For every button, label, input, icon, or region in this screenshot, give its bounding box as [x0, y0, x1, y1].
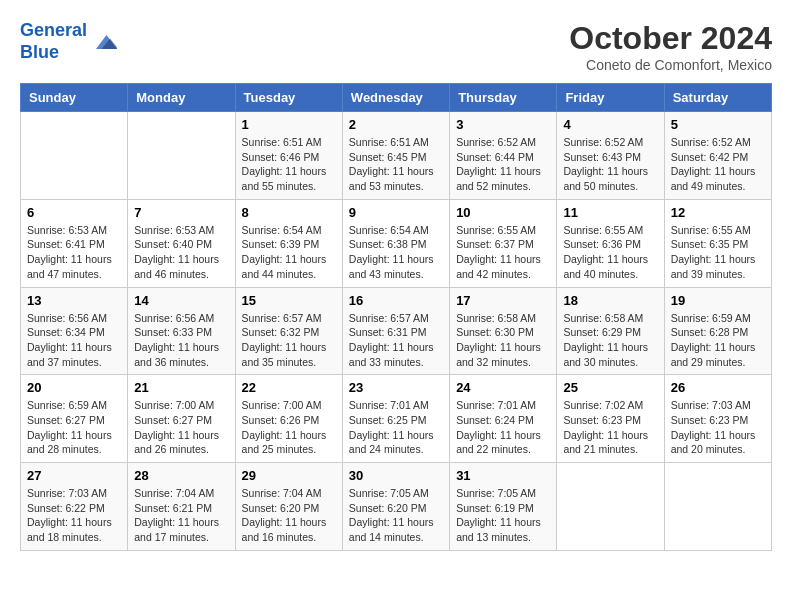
calendar-body: 1Sunrise: 6:51 AMSunset: 6:46 PMDaylight… — [21, 112, 772, 551]
day-cell: 22Sunrise: 7:00 AMSunset: 6:26 PMDayligh… — [235, 375, 342, 463]
day-cell — [664, 463, 771, 551]
day-number: 14 — [134, 293, 228, 308]
day-number: 19 — [671, 293, 765, 308]
col-header-sunday: Sunday — [21, 84, 128, 112]
day-cell: 6Sunrise: 6:53 AMSunset: 6:41 PMDaylight… — [21, 199, 128, 287]
day-number: 13 — [27, 293, 121, 308]
day-cell: 18Sunrise: 6:58 AMSunset: 6:29 PMDayligh… — [557, 287, 664, 375]
day-info: Sunrise: 6:58 AMSunset: 6:30 PMDaylight:… — [456, 311, 550, 370]
day-number: 6 — [27, 205, 121, 220]
day-info: Sunrise: 7:05 AMSunset: 6:19 PMDaylight:… — [456, 486, 550, 545]
day-number: 28 — [134, 468, 228, 483]
day-info: Sunrise: 6:55 AMSunset: 6:35 PMDaylight:… — [671, 223, 765, 282]
day-info: Sunrise: 6:55 AMSunset: 6:36 PMDaylight:… — [563, 223, 657, 282]
logo-text: General Blue — [20, 20, 87, 63]
col-header-friday: Friday — [557, 84, 664, 112]
day-cell — [21, 112, 128, 200]
day-number: 4 — [563, 117, 657, 132]
day-cell: 8Sunrise: 6:54 AMSunset: 6:39 PMDaylight… — [235, 199, 342, 287]
week-row-3: 13Sunrise: 6:56 AMSunset: 6:34 PMDayligh… — [21, 287, 772, 375]
day-number: 10 — [456, 205, 550, 220]
col-header-thursday: Thursday — [450, 84, 557, 112]
day-cell: 9Sunrise: 6:54 AMSunset: 6:38 PMDaylight… — [342, 199, 449, 287]
day-cell: 20Sunrise: 6:59 AMSunset: 6:27 PMDayligh… — [21, 375, 128, 463]
day-info: Sunrise: 7:00 AMSunset: 6:26 PMDaylight:… — [242, 398, 336, 457]
day-info: Sunrise: 6:52 AMSunset: 6:42 PMDaylight:… — [671, 135, 765, 194]
day-number: 8 — [242, 205, 336, 220]
day-number: 20 — [27, 380, 121, 395]
day-number: 17 — [456, 293, 550, 308]
day-cell: 14Sunrise: 6:56 AMSunset: 6:33 PMDayligh… — [128, 287, 235, 375]
week-row-5: 27Sunrise: 7:03 AMSunset: 6:22 PMDayligh… — [21, 463, 772, 551]
week-row-2: 6Sunrise: 6:53 AMSunset: 6:41 PMDaylight… — [21, 199, 772, 287]
day-info: Sunrise: 7:04 AMSunset: 6:21 PMDaylight:… — [134, 486, 228, 545]
day-info: Sunrise: 6:59 AMSunset: 6:28 PMDaylight:… — [671, 311, 765, 370]
day-cell — [128, 112, 235, 200]
day-info: Sunrise: 6:53 AMSunset: 6:40 PMDaylight:… — [134, 223, 228, 282]
day-cell: 1Sunrise: 6:51 AMSunset: 6:46 PMDaylight… — [235, 112, 342, 200]
day-cell: 7Sunrise: 6:53 AMSunset: 6:40 PMDaylight… — [128, 199, 235, 287]
title-block: October 2024 Coneto de Comonfort, Mexico — [569, 20, 772, 73]
day-number: 1 — [242, 117, 336, 132]
day-number: 5 — [671, 117, 765, 132]
day-cell: 31Sunrise: 7:05 AMSunset: 6:19 PMDayligh… — [450, 463, 557, 551]
day-info: Sunrise: 6:51 AMSunset: 6:46 PMDaylight:… — [242, 135, 336, 194]
day-info: Sunrise: 6:54 AMSunset: 6:39 PMDaylight:… — [242, 223, 336, 282]
col-header-monday: Monday — [128, 84, 235, 112]
day-number: 26 — [671, 380, 765, 395]
day-number: 12 — [671, 205, 765, 220]
day-cell: 4Sunrise: 6:52 AMSunset: 6:43 PMDaylight… — [557, 112, 664, 200]
day-info: Sunrise: 6:53 AMSunset: 6:41 PMDaylight:… — [27, 223, 121, 282]
day-info: Sunrise: 6:54 AMSunset: 6:38 PMDaylight:… — [349, 223, 443, 282]
day-number: 7 — [134, 205, 228, 220]
location: Coneto de Comonfort, Mexico — [569, 57, 772, 73]
day-number: 25 — [563, 380, 657, 395]
day-info: Sunrise: 6:59 AMSunset: 6:27 PMDaylight:… — [27, 398, 121, 457]
day-cell: 3Sunrise: 6:52 AMSunset: 6:44 PMDaylight… — [450, 112, 557, 200]
week-row-1: 1Sunrise: 6:51 AMSunset: 6:46 PMDaylight… — [21, 112, 772, 200]
col-header-saturday: Saturday — [664, 84, 771, 112]
day-number: 23 — [349, 380, 443, 395]
day-number: 2 — [349, 117, 443, 132]
day-info: Sunrise: 6:52 AMSunset: 6:44 PMDaylight:… — [456, 135, 550, 194]
day-cell: 23Sunrise: 7:01 AMSunset: 6:25 PMDayligh… — [342, 375, 449, 463]
header-row: SundayMondayTuesdayWednesdayThursdayFrid… — [21, 84, 772, 112]
day-number: 29 — [242, 468, 336, 483]
day-info: Sunrise: 7:02 AMSunset: 6:23 PMDaylight:… — [563, 398, 657, 457]
day-cell: 19Sunrise: 6:59 AMSunset: 6:28 PMDayligh… — [664, 287, 771, 375]
calendar-header: SundayMondayTuesdayWednesdayThursdayFrid… — [21, 84, 772, 112]
day-number: 30 — [349, 468, 443, 483]
week-row-4: 20Sunrise: 6:59 AMSunset: 6:27 PMDayligh… — [21, 375, 772, 463]
day-info: Sunrise: 6:57 AMSunset: 6:31 PMDaylight:… — [349, 311, 443, 370]
day-cell: 15Sunrise: 6:57 AMSunset: 6:32 PMDayligh… — [235, 287, 342, 375]
col-header-wednesday: Wednesday — [342, 84, 449, 112]
day-info: Sunrise: 7:01 AMSunset: 6:25 PMDaylight:… — [349, 398, 443, 457]
day-number: 21 — [134, 380, 228, 395]
day-info: Sunrise: 7:03 AMSunset: 6:23 PMDaylight:… — [671, 398, 765, 457]
day-info: Sunrise: 7:01 AMSunset: 6:24 PMDaylight:… — [456, 398, 550, 457]
day-number: 9 — [349, 205, 443, 220]
day-info: Sunrise: 6:58 AMSunset: 6:29 PMDaylight:… — [563, 311, 657, 370]
col-header-tuesday: Tuesday — [235, 84, 342, 112]
day-number: 27 — [27, 468, 121, 483]
day-info: Sunrise: 6:57 AMSunset: 6:32 PMDaylight:… — [242, 311, 336, 370]
day-info: Sunrise: 7:04 AMSunset: 6:20 PMDaylight:… — [242, 486, 336, 545]
day-number: 18 — [563, 293, 657, 308]
day-number: 24 — [456, 380, 550, 395]
logo: General Blue — [20, 20, 117, 63]
day-cell: 21Sunrise: 7:00 AMSunset: 6:27 PMDayligh… — [128, 375, 235, 463]
day-cell: 24Sunrise: 7:01 AMSunset: 6:24 PMDayligh… — [450, 375, 557, 463]
day-cell: 28Sunrise: 7:04 AMSunset: 6:21 PMDayligh… — [128, 463, 235, 551]
day-number: 22 — [242, 380, 336, 395]
day-cell: 30Sunrise: 7:05 AMSunset: 6:20 PMDayligh… — [342, 463, 449, 551]
day-cell — [557, 463, 664, 551]
day-cell: 13Sunrise: 6:56 AMSunset: 6:34 PMDayligh… — [21, 287, 128, 375]
day-info: Sunrise: 6:56 AMSunset: 6:33 PMDaylight:… — [134, 311, 228, 370]
day-number: 11 — [563, 205, 657, 220]
day-info: Sunrise: 6:51 AMSunset: 6:45 PMDaylight:… — [349, 135, 443, 194]
day-cell: 16Sunrise: 6:57 AMSunset: 6:31 PMDayligh… — [342, 287, 449, 375]
day-info: Sunrise: 7:05 AMSunset: 6:20 PMDaylight:… — [349, 486, 443, 545]
month-title: October 2024 — [569, 20, 772, 57]
day-info: Sunrise: 6:55 AMSunset: 6:37 PMDaylight:… — [456, 223, 550, 282]
day-number: 15 — [242, 293, 336, 308]
